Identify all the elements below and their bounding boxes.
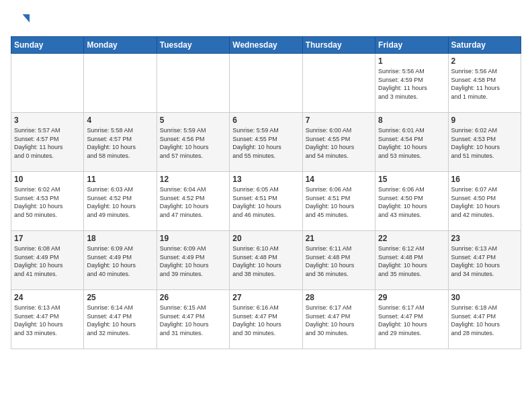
day-number: 3 [14,116,81,125]
calendar-cell: 18Sunrise: 6:09 AM Sunset: 4:49 PM Dayli… [84,231,157,290]
week-row-1: 1Sunrise: 5:56 AM Sunset: 4:59 PM Daylig… [11,54,521,113]
calendar-cell: 10Sunrise: 6:02 AM Sunset: 4:53 PM Dayli… [11,172,84,231]
logo-icon [11,11,30,30]
week-row-2: 3Sunrise: 5:57 AM Sunset: 4:57 PM Daylig… [11,113,521,172]
day-number: 27 [232,293,299,302]
day-number: 10 [14,175,81,184]
calendar-cell: 25Sunrise: 6:14 AM Sunset: 4:47 PM Dayli… [84,290,157,349]
day-info: Sunrise: 6:09 AM Sunset: 4:49 PM Dayligh… [87,244,153,278]
calendar-cell: 28Sunrise: 6:17 AM Sunset: 4:47 PM Dayli… [302,290,375,349]
day-info: Sunrise: 6:05 AM Sunset: 4:51 PM Dayligh… [232,185,299,219]
day-number: 12 [160,175,226,184]
day-number: 1 [378,56,445,66]
day-number: 15 [378,175,445,184]
calendar-cell: 3Sunrise: 5:57 AM Sunset: 4:57 PM Daylig… [11,113,84,172]
day-info: Sunrise: 5:59 AM Sunset: 4:56 PM Dayligh… [160,126,226,160]
calendar-cell: 24Sunrise: 6:13 AM Sunset: 4:47 PM Dayli… [11,290,84,349]
calendar-cell: 20Sunrise: 6:10 AM Sunset: 4:48 PM Dayli… [230,231,302,290]
day-info: Sunrise: 6:14 AM Sunset: 4:47 PM Dayligh… [87,304,153,337]
day-info: Sunrise: 6:17 AM Sunset: 4:47 PM Dayligh… [306,304,372,337]
day-info: Sunrise: 6:18 AM Sunset: 4:47 PM Dayligh… [451,304,518,337]
logo [11,11,32,30]
calendar-cell: 7Sunrise: 6:00 AM Sunset: 4:55 PM Daylig… [302,113,375,172]
calendar-cell: 2Sunrise: 5:56 AM Sunset: 4:58 PM Daylig… [448,54,521,113]
weekday-header-sunday: Sunday [11,37,84,54]
day-info: Sunrise: 6:12 AM Sunset: 4:48 PM Dayligh… [378,244,445,278]
calendar-cell [230,54,302,113]
day-number: 4 [87,116,153,125]
day-info: Sunrise: 6:02 AM Sunset: 4:53 PM Dayligh… [451,126,518,160]
weekday-header-tuesday: Tuesday [157,37,229,54]
day-number: 17 [14,234,81,243]
weekday-header-wednesday: Wednesday [230,37,302,54]
day-number: 19 [160,234,226,243]
day-info: Sunrise: 5:56 AM Sunset: 4:59 PM Dayligh… [378,67,445,101]
calendar-cell: 19Sunrise: 6:09 AM Sunset: 4:49 PM Dayli… [157,231,229,290]
day-number: 9 [451,116,518,125]
day-info: Sunrise: 6:08 AM Sunset: 4:49 PM Dayligh… [14,244,81,278]
calendar-cell [84,54,157,113]
day-info: Sunrise: 6:11 AM Sunset: 4:48 PM Dayligh… [306,244,372,278]
day-number: 20 [232,234,299,243]
calendar-cell: 16Sunrise: 6:07 AM Sunset: 4:50 PM Dayli… [448,172,521,231]
day-number: 11 [87,175,153,184]
day-info: Sunrise: 6:10 AM Sunset: 4:48 PM Dayligh… [232,244,299,278]
calendar-cell: 13Sunrise: 6:05 AM Sunset: 4:51 PM Dayli… [230,172,302,231]
calendar-cell: 6Sunrise: 5:59 AM Sunset: 4:55 PM Daylig… [230,113,302,172]
calendar-cell: 22Sunrise: 6:12 AM Sunset: 4:48 PM Dayli… [375,231,448,290]
day-info: Sunrise: 6:06 AM Sunset: 4:50 PM Dayligh… [378,185,445,219]
day-number: 2 [451,56,518,66]
calendar-cell: 26Sunrise: 6:15 AM Sunset: 4:47 PM Dayli… [157,290,229,349]
calendar-cell: 4Sunrise: 5:58 AM Sunset: 4:57 PM Daylig… [84,113,157,172]
day-info: Sunrise: 6:01 AM Sunset: 4:54 PM Dayligh… [378,126,445,160]
day-number: 5 [160,116,226,125]
calendar-cell: 21Sunrise: 6:11 AM Sunset: 4:48 PM Dayli… [302,231,375,290]
day-info: Sunrise: 5:56 AM Sunset: 4:58 PM Dayligh… [451,67,518,101]
day-info: Sunrise: 6:13 AM Sunset: 4:47 PM Dayligh… [451,244,518,278]
calendar-cell: 27Sunrise: 6:16 AM Sunset: 4:47 PM Dayli… [230,290,302,349]
calendar-cell [157,54,229,113]
day-info: Sunrise: 5:58 AM Sunset: 4:57 PM Dayligh… [87,126,153,160]
calendar-cell: 15Sunrise: 6:06 AM Sunset: 4:50 PM Dayli… [375,172,448,231]
day-number: 25 [87,293,153,302]
day-number: 30 [451,293,518,302]
calendar-cell [11,54,84,113]
calendar-cell: 1Sunrise: 5:56 AM Sunset: 4:59 PM Daylig… [375,54,448,113]
weekday-header-thursday: Thursday [302,37,375,54]
week-row-3: 10Sunrise: 6:02 AM Sunset: 4:53 PM Dayli… [11,172,521,231]
calendar-cell: 9Sunrise: 6:02 AM Sunset: 4:53 PM Daylig… [448,113,521,172]
day-info: Sunrise: 5:57 AM Sunset: 4:57 PM Dayligh… [14,126,81,160]
calendar-cell: 23Sunrise: 6:13 AM Sunset: 4:47 PM Dayli… [448,231,521,290]
calendar-cell: 29Sunrise: 6:17 AM Sunset: 4:47 PM Dayli… [375,290,448,349]
day-number: 16 [451,175,518,184]
day-number: 22 [378,234,445,243]
day-info: Sunrise: 6:17 AM Sunset: 4:47 PM Dayligh… [378,304,445,337]
day-number: 8 [378,116,445,125]
weekday-header-saturday: Saturday [448,37,521,54]
svg-rect-0 [11,11,30,30]
day-number: 7 [306,116,372,125]
day-number: 21 [306,234,372,243]
day-info: Sunrise: 6:15 AM Sunset: 4:47 PM Dayligh… [160,304,226,337]
calendar-cell: 30Sunrise: 6:18 AM Sunset: 4:47 PM Dayli… [448,290,521,349]
weekday-header-friday: Friday [375,37,448,54]
day-info: Sunrise: 6:03 AM Sunset: 4:52 PM Dayligh… [87,185,153,219]
day-number: 18 [87,234,153,243]
calendar-cell: 17Sunrise: 6:08 AM Sunset: 4:49 PM Dayli… [11,231,84,290]
day-number: 24 [14,293,81,302]
calendar-cell: 11Sunrise: 6:03 AM Sunset: 4:52 PM Dayli… [84,172,157,231]
day-number: 26 [160,293,226,302]
calendar-table: SundayMondayTuesdayWednesdayThursdayFrid… [11,36,521,349]
day-info: Sunrise: 5:59 AM Sunset: 4:55 PM Dayligh… [232,126,299,160]
day-info: Sunrise: 6:00 AM Sunset: 4:55 PM Dayligh… [306,126,372,160]
day-number: 29 [378,293,445,302]
week-row-5: 24Sunrise: 6:13 AM Sunset: 4:47 PM Dayli… [11,290,521,349]
calendar-cell: 14Sunrise: 6:06 AM Sunset: 4:51 PM Dayli… [302,172,375,231]
day-number: 13 [232,175,299,184]
weekday-header-row: SundayMondayTuesdayWednesdayThursdayFrid… [11,37,521,54]
calendar-cell [302,54,375,113]
calendar-cell: 5Sunrise: 5:59 AM Sunset: 4:56 PM Daylig… [157,113,229,172]
calendar-cell: 8Sunrise: 6:01 AM Sunset: 4:54 PM Daylig… [375,113,448,172]
day-number: 14 [306,175,372,184]
day-info: Sunrise: 6:09 AM Sunset: 4:49 PM Dayligh… [160,244,226,278]
